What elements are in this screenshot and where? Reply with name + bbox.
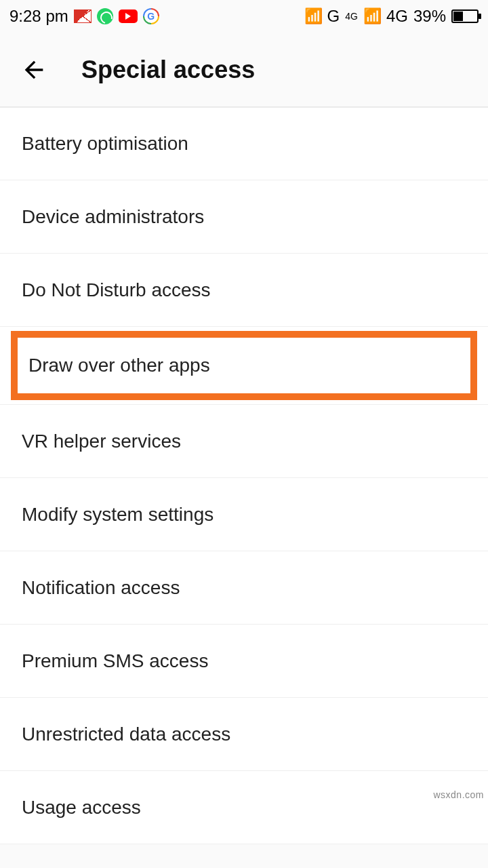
network-2-small-label: 4G bbox=[345, 13, 358, 20]
list-item-label: VR helper services bbox=[22, 431, 181, 452]
list-item[interactable]: Unrestricted data access bbox=[0, 698, 488, 771]
watermark: wsxdn.com bbox=[433, 789, 484, 800]
network-1-label: G bbox=[327, 7, 340, 26]
whatsapp-icon bbox=[97, 8, 113, 24]
battery-fill bbox=[453, 12, 463, 21]
list-item-label: Draw over other apps bbox=[28, 355, 210, 376]
list-item[interactable]: VR helper services bbox=[0, 405, 488, 478]
status-left: 9:28 pm bbox=[9, 7, 159, 26]
list-item-label: Notification access bbox=[22, 577, 180, 599]
list-item[interactable]: Battery optimisation bbox=[0, 107, 488, 180]
page-title: Special access bbox=[81, 56, 255, 84]
list-item-label: Usage access bbox=[22, 797, 141, 818]
app-bar: Special access bbox=[0, 33, 488, 107]
signal-2-icon: 📶 bbox=[363, 7, 381, 25]
list-item-label: Battery optimisation bbox=[22, 133, 188, 155]
status-bar: 9:28 pm 📶 G 4G 📶 4G 39% bbox=[0, 0, 488, 33]
google-icon bbox=[143, 8, 159, 24]
status-time: 9:28 pm bbox=[9, 7, 68, 26]
list-item[interactable]: Do Not Disturb access bbox=[0, 254, 488, 327]
arrow-left-icon bbox=[20, 56, 47, 83]
list-item[interactable]: Device administrators bbox=[0, 180, 488, 254]
signal-1-icon: 📶 bbox=[304, 7, 322, 25]
list-item-label: Device administrators bbox=[22, 206, 204, 228]
battery-percent: 39% bbox=[413, 7, 446, 26]
highlight-annotation: Draw over other apps bbox=[0, 327, 488, 405]
battery-icon bbox=[451, 9, 479, 23]
list-item-label: Do Not Disturb access bbox=[22, 279, 211, 301]
settings-list: Battery optimisationDevice administrator… bbox=[0, 107, 488, 844]
list-item[interactable]: Premium SMS access bbox=[0, 625, 488, 698]
youtube-icon bbox=[119, 9, 138, 23]
gmail-icon bbox=[74, 9, 92, 23]
list-item-label: Unrestricted data access bbox=[22, 724, 230, 745]
back-button[interactable] bbox=[14, 50, 54, 90]
list-item[interactable]: Usage access bbox=[0, 771, 488, 844]
status-right: 📶 G 4G 📶 4G 39% bbox=[304, 7, 479, 26]
list-item-label: Modify system settings bbox=[22, 504, 214, 526]
list-item[interactable]: Modify system settings bbox=[0, 478, 488, 551]
list-item-label: Premium SMS access bbox=[22, 650, 208, 672]
list-item[interactable]: Notification access bbox=[0, 551, 488, 625]
list-item[interactable]: Draw over other apps bbox=[20, 340, 468, 391]
network-2-label: 4G bbox=[386, 7, 408, 26]
